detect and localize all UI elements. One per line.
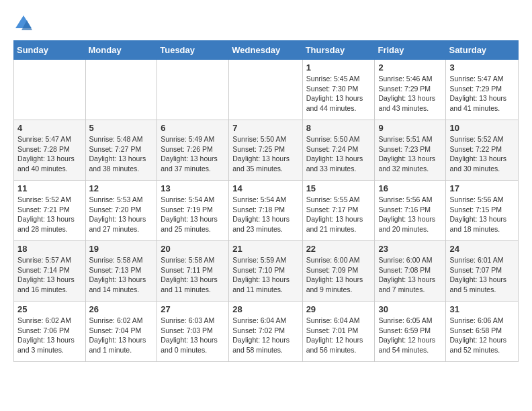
day-number: 10 (449, 123, 515, 133)
day-number: 9 (378, 123, 442, 133)
day-number: 14 (232, 183, 298, 193)
day-cell: 6Sunrise: 5:49 AM Sunset: 7:26 PM Daylig… (157, 120, 229, 181)
day-cell: 18Sunrise: 5:57 AM Sunset: 7:14 PM Dayli… (14, 241, 86, 302)
day-cell: 24Sunrise: 6:01 AM Sunset: 7:07 PM Dayli… (446, 241, 519, 302)
day-number: 3 (449, 62, 515, 73)
week-row-4: 18Sunrise: 5:57 AM Sunset: 7:14 PM Dayli… (14, 241, 519, 302)
day-number: 6 (161, 123, 225, 133)
day-cell: 13Sunrise: 5:54 AM Sunset: 7:19 PM Dayli… (157, 181, 229, 241)
day-number: 18 (17, 244, 82, 254)
day-number: 22 (306, 244, 371, 254)
day-number: 31 (449, 304, 515, 314)
day-number: 21 (232, 244, 298, 254)
day-detail: Sunrise: 5:45 AM Sunset: 7:30 PM Dayligh… (306, 74, 371, 113)
day-detail: Sunrise: 5:52 AM Sunset: 7:21 PM Dayligh… (17, 195, 82, 234)
week-row-3: 11Sunrise: 5:52 AM Sunset: 7:21 PM Dayli… (14, 181, 519, 241)
day-number: 15 (306, 183, 371, 193)
day-detail: Sunrise: 5:50 AM Sunset: 7:25 PM Dayligh… (232, 134, 298, 174)
day-cell: 16Sunrise: 5:56 AM Sunset: 7:16 PM Dayli… (375, 181, 446, 241)
day-number: 17 (449, 183, 515, 193)
day-detail: Sunrise: 5:54 AM Sunset: 7:18 PM Dayligh… (232, 195, 298, 234)
day-cell: 31Sunrise: 6:06 AM Sunset: 6:58 PM Dayli… (446, 302, 519, 362)
day-detail: Sunrise: 6:05 AM Sunset: 6:59 PM Dayligh… (378, 316, 442, 355)
day-number: 1 (306, 62, 371, 73)
day-number: 11 (17, 183, 82, 193)
day-detail: Sunrise: 5:48 AM Sunset: 7:27 PM Dayligh… (89, 134, 154, 174)
day-detail: Sunrise: 5:54 AM Sunset: 7:19 PM Dayligh… (161, 195, 225, 234)
day-cell: 3Sunrise: 5:47 AM Sunset: 7:29 PM Daylig… (446, 60, 519, 120)
header-cell-friday: Friday (375, 41, 446, 60)
day-detail: Sunrise: 5:56 AM Sunset: 7:16 PM Dayligh… (378, 195, 442, 234)
logo (13, 13, 36, 34)
day-cell: 26Sunrise: 6:02 AM Sunset: 7:04 PM Dayli… (85, 302, 157, 362)
week-row-2: 4Sunrise: 5:47 AM Sunset: 7:28 PM Daylig… (14, 120, 519, 181)
day-detail: Sunrise: 6:00 AM Sunset: 7:09 PM Dayligh… (306, 255, 371, 295)
day-cell: 8Sunrise: 5:50 AM Sunset: 7:24 PM Daylig… (302, 120, 375, 181)
day-detail: Sunrise: 6:04 AM Sunset: 7:02 PM Dayligh… (232, 316, 298, 355)
day-cell (85, 60, 157, 120)
day-cell (14, 60, 86, 120)
day-detail: Sunrise: 6:01 AM Sunset: 7:07 PM Dayligh… (449, 255, 515, 295)
day-detail: Sunrise: 5:58 AM Sunset: 7:11 PM Dayligh… (161, 255, 225, 295)
day-number: 5 (89, 123, 154, 133)
day-detail: Sunrise: 5:51 AM Sunset: 7:23 PM Dayligh… (378, 134, 442, 174)
day-number: 23 (378, 244, 442, 254)
header-cell-tuesday: Tuesday (157, 41, 229, 60)
day-cell: 12Sunrise: 5:53 AM Sunset: 7:20 PM Dayli… (85, 181, 157, 241)
day-detail: Sunrise: 5:55 AM Sunset: 7:17 PM Dayligh… (306, 195, 371, 234)
day-detail: Sunrise: 5:58 AM Sunset: 7:13 PM Dayligh… (89, 255, 154, 295)
header-cell-monday: Monday (85, 41, 157, 60)
day-cell: 25Sunrise: 6:02 AM Sunset: 7:06 PM Dayli… (14, 302, 86, 362)
week-row-1: 1Sunrise: 5:45 AM Sunset: 7:30 PM Daylig… (14, 60, 519, 120)
day-detail: Sunrise: 5:49 AM Sunset: 7:26 PM Dayligh… (161, 134, 225, 174)
day-cell: 10Sunrise: 5:52 AM Sunset: 7:22 PM Dayli… (446, 120, 519, 181)
day-cell: 23Sunrise: 6:00 AM Sunset: 7:08 PM Dayli… (375, 241, 446, 302)
day-number: 4 (17, 123, 82, 133)
day-detail: Sunrise: 6:06 AM Sunset: 6:58 PM Dayligh… (449, 316, 515, 355)
day-detail: Sunrise: 6:02 AM Sunset: 7:06 PM Dayligh… (17, 316, 82, 355)
day-detail: Sunrise: 5:56 AM Sunset: 7:15 PM Dayligh… (449, 195, 515, 234)
calendar-table: SundayMondayTuesdayWednesdayThursdayFrid… (13, 40, 519, 362)
day-cell: 15Sunrise: 5:55 AM Sunset: 7:17 PM Dayli… (302, 181, 375, 241)
day-cell: 21Sunrise: 5:59 AM Sunset: 7:10 PM Dayli… (229, 241, 302, 302)
day-number: 7 (232, 123, 298, 133)
day-cell: 5Sunrise: 5:48 AM Sunset: 7:27 PM Daylig… (85, 120, 157, 181)
day-cell: 27Sunrise: 6:03 AM Sunset: 7:03 PM Dayli… (157, 302, 229, 362)
day-cell (229, 60, 302, 120)
day-detail: Sunrise: 5:46 AM Sunset: 7:29 PM Dayligh… (378, 74, 442, 113)
day-number: 28 (232, 304, 298, 314)
day-detail: Sunrise: 5:53 AM Sunset: 7:20 PM Dayligh… (89, 195, 154, 234)
header-cell-sunday: Sunday (14, 41, 86, 60)
day-cell: 29Sunrise: 6:04 AM Sunset: 7:01 PM Dayli… (302, 302, 375, 362)
day-cell: 1Sunrise: 5:45 AM Sunset: 7:30 PM Daylig… (302, 60, 375, 120)
day-cell: 2Sunrise: 5:46 AM Sunset: 7:29 PM Daylig… (375, 60, 446, 120)
header-cell-saturday: Saturday (446, 41, 519, 60)
day-number: 2 (378, 62, 442, 73)
header-cell-wednesday: Wednesday (229, 41, 302, 60)
day-detail: Sunrise: 5:47 AM Sunset: 7:29 PM Dayligh… (449, 74, 515, 113)
day-cell: 22Sunrise: 6:00 AM Sunset: 7:09 PM Dayli… (302, 241, 375, 302)
day-detail: Sunrise: 5:59 AM Sunset: 7:10 PM Dayligh… (232, 255, 298, 295)
day-cell: 30Sunrise: 6:05 AM Sunset: 6:59 PM Dayli… (375, 302, 446, 362)
day-cell: 14Sunrise: 5:54 AM Sunset: 7:18 PM Dayli… (229, 181, 302, 241)
day-number: 29 (306, 304, 371, 314)
day-detail: Sunrise: 6:04 AM Sunset: 7:01 PM Dayligh… (306, 316, 371, 355)
day-cell: 19Sunrise: 5:58 AM Sunset: 7:13 PM Dayli… (85, 241, 157, 302)
day-number: 26 (89, 304, 154, 314)
day-detail: Sunrise: 6:03 AM Sunset: 7:03 PM Dayligh… (161, 316, 225, 355)
day-number: 19 (89, 244, 154, 254)
day-cell: 4Sunrise: 5:47 AM Sunset: 7:28 PM Daylig… (14, 120, 86, 181)
day-detail: Sunrise: 5:52 AM Sunset: 7:22 PM Dayligh… (449, 134, 515, 174)
day-cell (157, 60, 229, 120)
day-detail: Sunrise: 6:00 AM Sunset: 7:08 PM Dayligh… (378, 255, 442, 295)
day-number: 27 (161, 304, 225, 314)
logo-icon (13, 13, 34, 34)
day-cell: 9Sunrise: 5:51 AM Sunset: 7:23 PM Daylig… (375, 120, 446, 181)
header-row: SundayMondayTuesdayWednesdayThursdayFrid… (14, 41, 519, 60)
day-cell: 17Sunrise: 5:56 AM Sunset: 7:15 PM Dayli… (446, 181, 519, 241)
day-cell: 28Sunrise: 6:04 AM Sunset: 7:02 PM Dayli… (229, 302, 302, 362)
header-cell-thursday: Thursday (302, 41, 375, 60)
day-number: 24 (449, 244, 515, 254)
day-cell: 20Sunrise: 5:58 AM Sunset: 7:11 PM Dayli… (157, 241, 229, 302)
day-number: 13 (161, 183, 225, 193)
